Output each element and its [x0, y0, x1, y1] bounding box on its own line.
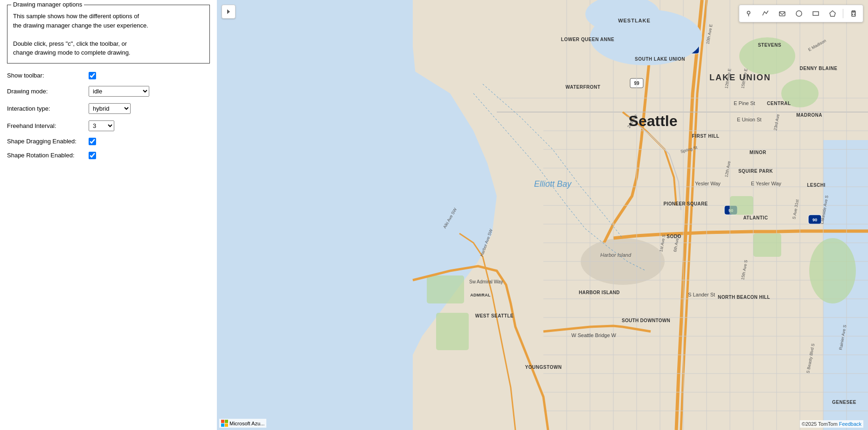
svg-text:WEST SEATTLE: WEST SEATTLE [475, 313, 514, 318]
shape-dragging-label: Shape Dragging Enabled: [7, 138, 89, 145]
interaction-type-select[interactable]: hybrid click freehand [89, 103, 131, 114]
show-toolbar-label: Show toolbar: [7, 72, 89, 79]
show-toolbar-row: Show toolbar: [7, 72, 210, 79]
freehand-interval-select[interactable]: 1 2 3 4 5 [89, 120, 114, 131]
svg-text:DENNY BLAINE: DENNY BLAINE [800, 66, 838, 71]
svg-text:90: 90 [812, 218, 817, 222]
svg-text:MADRONA: MADRONA [796, 113, 822, 118]
svg-text:FIRST HILL: FIRST HILL [692, 134, 720, 139]
map-container[interactable]: 99 90 90 5 [217, 0, 868, 430]
svg-text:HARBOR ISLAND: HARBOR ISLAND [579, 290, 620, 295]
svg-text:YOUNGSTOWN: YOUNGSTOWN [525, 365, 562, 370]
svg-rect-2 [779, 12, 785, 16]
svg-text:ADMIRAL: ADMIRAL [470, 293, 491, 297]
svg-text:E Pine St: E Pine St [734, 100, 755, 106]
svg-text:Yesler Way: Yesler Way [695, 181, 721, 186]
options-box: Drawing manager options This sample show… [7, 5, 210, 63]
svg-point-0 [747, 11, 750, 14]
freehand-interval-label: Freehand Interval: [7, 122, 89, 129]
svg-text:W Seattle Bridge W: W Seattle Bridge W [571, 332, 617, 338]
shape-rotation-row: Shape Rotation Enabled: [7, 152, 210, 159]
svg-marker-113 [227, 9, 230, 14]
show-toolbar-checkbox[interactable] [89, 72, 96, 79]
svg-text:PIONEER SQUARE: PIONEER SQUARE [664, 201, 708, 206]
map-zoom-button[interactable] [222, 5, 236, 19]
svg-text:Seattle: Seattle [629, 113, 678, 129]
freehand-interval-row: Freehand Interval: 1 2 3 4 5 [7, 120, 210, 131]
svg-text:LOWER QUEEN ANNE: LOWER QUEEN ANNE [561, 37, 614, 42]
svg-rect-58 [730, 196, 753, 215]
svg-point-3 [796, 11, 802, 16]
map-toolbar [739, 5, 863, 22]
shape-dragging-row: Shape Dragging Enabled: [7, 138, 210, 145]
svg-text:S Lander St: S Lander St [688, 292, 715, 297]
toolbar-divider [843, 9, 843, 18]
options-box-title: Drawing manager options [11, 1, 84, 8]
trash-tool-button[interactable] [847, 7, 860, 20]
mail-tool-button[interactable] [776, 7, 789, 20]
svg-rect-61 [436, 313, 469, 350]
svg-text:SOUTH LAKE UNION: SOUTH LAKE UNION [635, 56, 685, 62]
rectangle-tool-button[interactable] [809, 7, 822, 20]
svg-text:LAKE UNION: LAKE UNION [709, 73, 771, 82]
svg-text:MINOR: MINOR [750, 150, 766, 155]
svg-point-62 [809, 238, 856, 303]
svg-text:NORTH BEACON HILL: NORTH BEACON HILL [718, 295, 770, 300]
drawing-mode-row: Drawing mode: idle draw-point draw-line … [7, 86, 210, 97]
svg-text:E Yesler Way: E Yesler Way [751, 181, 782, 186]
pin-tool-button[interactable] [742, 7, 755, 20]
svg-text:STEVENS: STEVENS [758, 42, 781, 48]
svg-text:LESCHI: LESCHI [807, 183, 826, 188]
drawing-mode-label: Drawing mode: [7, 88, 89, 95]
svg-text:ATLANTIC: ATLANTIC [743, 215, 768, 220]
svg-rect-60 [427, 275, 464, 303]
map-canvas[interactable]: 99 90 90 5 [217, 0, 868, 430]
svg-text:SODO: SODO [667, 234, 681, 239]
svg-text:WATERFRONT: WATERFRONT [566, 85, 601, 90]
options-description: This sample shows how the different opti… [13, 9, 204, 57]
interaction-type-label: Interaction type: [7, 105, 89, 112]
svg-rect-59 [753, 233, 781, 257]
circle-tool-button[interactable] [792, 7, 806, 20]
microsoft-logo-text: Microsoft Azu... [229, 421, 264, 426]
svg-text:Harbor Island: Harbor Island [600, 252, 632, 258]
svg-text:Elliott Bay: Elliott Bay [534, 179, 572, 189]
svg-text:SOUTH DOWNTOWN: SOUTH DOWNTOWN [622, 318, 670, 323]
svg-text:CENTRAL: CENTRAL [767, 101, 791, 106]
shape-rotation-checkbox[interactable] [89, 152, 96, 159]
interaction-type-row: Interaction type: hybrid click freehand [7, 103, 210, 114]
microsoft-attribution: Microsoft Azu... [219, 419, 266, 428]
svg-text:Sw Admiral Way: Sw Admiral Way [469, 279, 503, 284]
map-attribution: ©2025 TomTom Feedback [800, 420, 863, 428]
svg-text:SQUIRE PARK: SQUIRE PARK [738, 169, 773, 174]
svg-rect-4 [813, 12, 819, 15]
svg-text:WESTLAKE: WESTLAKE [618, 18, 651, 23]
shape-dragging-checkbox[interactable] [89, 138, 96, 145]
svg-rect-6 [852, 12, 855, 16]
feedback-link[interactable]: Feedback [839, 421, 861, 427]
svg-text:GENESEE: GENESEE [832, 400, 856, 405]
shape-rotation-label: Shape Rotation Enabled: [7, 152, 89, 159]
svg-text:E Union St: E Union St [737, 117, 762, 122]
drawing-mode-select[interactable]: idle draw-point draw-line draw-polygon d… [89, 86, 149, 97]
svg-marker-5 [830, 11, 835, 16]
microsoft-logo-icon [221, 420, 228, 427]
polygon-tool-button[interactable] [826, 7, 839, 20]
left-panel: Drawing manager options This sample show… [0, 0, 217, 430]
polyline-tool-button[interactable] [759, 7, 772, 20]
